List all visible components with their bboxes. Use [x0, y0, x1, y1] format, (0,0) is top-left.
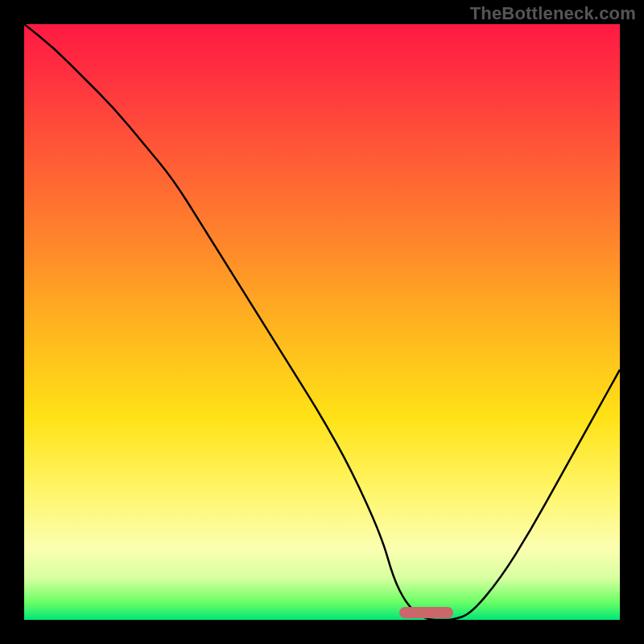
- chart-frame: TheBottleneck.com: [0, 0, 644, 644]
- chart-svg: [24, 24, 620, 620]
- bottleneck-curve: [24, 24, 620, 620]
- optimal-range-marker: [399, 607, 453, 618]
- plot-area: [24, 24, 620, 620]
- watermark-text: TheBottleneck.com: [470, 3, 636, 24]
